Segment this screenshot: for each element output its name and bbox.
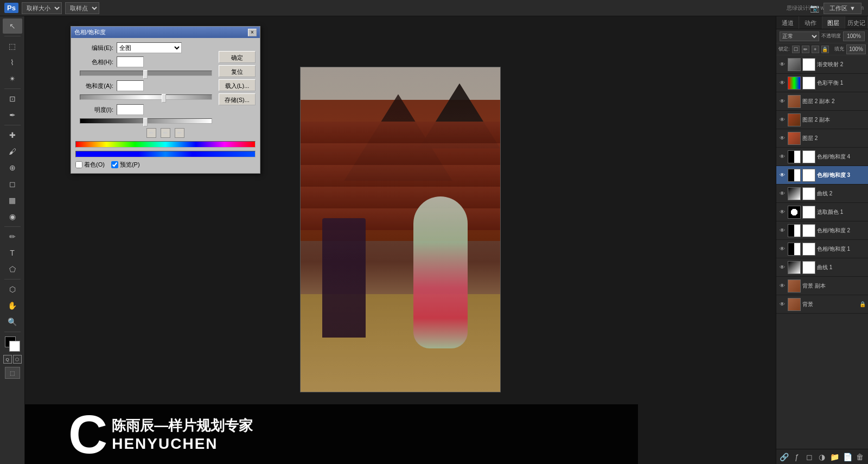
colorize-checkbox[interactable] <box>75 161 82 168</box>
tool-pen[interactable]: ✏ <box>3 229 22 244</box>
layer-eye-13[interactable]: 👁 <box>778 282 786 290</box>
layer-mask-2 <box>802 77 815 90</box>
edit-channel-select[interactable]: 全图 <box>117 42 182 53</box>
add-style-btn[interactable]: ƒ <box>792 453 801 461</box>
sample-point-select[interactable]: 取样点 <box>65 2 99 14</box>
tool-3d[interactable]: ⬡ <box>3 282 22 297</box>
layer-eye-8[interactable]: 👁 <box>778 190 786 198</box>
hue-input[interactable]: 0 <box>117 56 144 67</box>
layer-curves-1[interactable]: 👁 曲线 1 <box>776 258 868 277</box>
add-mask-btn[interactable]: ◻ <box>805 453 814 461</box>
layer-gradient-map-2[interactable]: 👁 渐变映射 2 <box>776 55 868 74</box>
layer-eye-11[interactable]: 👁 <box>778 245 786 253</box>
layer-eye-5[interactable]: 👁 <box>778 135 786 142</box>
eyedropper-btn-2[interactable]: ✒ <box>161 128 170 138</box>
tab-layers[interactable]: 图层 <box>822 16 845 29</box>
tool-select[interactable]: ↖ <box>3 18 22 34</box>
workspace-button[interactable]: 工作区 ▼ <box>824 3 861 14</box>
layer-2-copy-2[interactable]: 👁 图层 2 副本 2 <box>776 92 868 111</box>
layer-selective-color-1[interactable]: 👁 选取颜色 1 <box>776 203 868 221</box>
layer-eye-6[interactable]: 👁 <box>778 153 786 161</box>
tool-shape[interactable]: ⬠ <box>3 262 22 277</box>
layer-mask-8 <box>802 187 815 200</box>
layer-hue-sat-4[interactable]: 👁 色相/饱和度 4 <box>776 148 868 166</box>
tool-burn[interactable]: ◉ <box>3 209 22 224</box>
color-swatch[interactable] <box>4 336 21 352</box>
delete-layer-btn[interactable]: 🗑 <box>856 453 865 461</box>
colorize-checkbox-item[interactable]: 着色(O) <box>75 161 105 169</box>
sat-input[interactable]: +46 <box>117 80 144 91</box>
tool-lasso[interactable]: ⌇ <box>3 55 22 70</box>
tool-brush[interactable]: 🖌 <box>3 144 22 159</box>
layer-eye-10[interactable]: 👁 <box>778 227 786 234</box>
tab-history[interactable]: 历史记录 <box>845 16 868 29</box>
tab-channel[interactable]: 通道 <box>776 16 799 29</box>
fill-label: 填充 <box>834 46 844 53</box>
reset-button[interactable]: 复位 <box>219 65 256 77</box>
tool-wand[interactable]: ✴ <box>3 71 22 86</box>
tool-marquee[interactable]: ⬚ <box>3 39 22 54</box>
lock-full-btn[interactable]: 🔒 <box>821 46 829 53</box>
lock-all-btn[interactable]: ☐ <box>792 46 800 53</box>
layer-curves-2[interactable]: 👁 曲线 2 <box>776 185 868 203</box>
preview-checkbox-item[interactable]: 预览(P) <box>111 161 140 169</box>
screen-mode-btn[interactable]: ⬚ <box>5 367 20 379</box>
tool-crop[interactable]: ⊡ <box>3 91 22 106</box>
standard-mode-btn[interactable]: Q <box>3 355 12 364</box>
tab-actions[interactable]: 动作 <box>799 16 822 29</box>
lock-pos-btn[interactable]: + <box>812 46 819 53</box>
save-button[interactable]: 存储(S)... <box>219 93 256 105</box>
eyedropper-btn-1[interactable]: ✒ <box>146 128 156 138</box>
photo-frame <box>300 67 501 392</box>
link-layers-btn[interactable]: 🔗 <box>780 453 789 461</box>
quick-mask-btn[interactable]: ⬡ <box>13 355 22 364</box>
tool-zoom[interactable]: 🔍 <box>3 314 22 329</box>
layer-eye-7[interactable]: 👁 <box>778 171 786 179</box>
eyedropper-btn-3[interactable]: ✒ <box>175 128 184 138</box>
layer-eye-2[interactable]: 👁 <box>778 79 786 87</box>
new-layer-btn[interactable]: 📄 <box>843 453 852 461</box>
layer-eye-1[interactable]: 👁 <box>778 61 786 68</box>
sat-slider-track[interactable] <box>80 94 212 100</box>
background-color[interactable] <box>9 341 20 352</box>
light-slider-thumb[interactable] <box>143 118 148 126</box>
opacity-input[interactable] <box>843 31 865 41</box>
tool-eyedropper[interactable]: ✒ <box>3 107 22 123</box>
layer-eye-9[interactable]: 👁 <box>778 208 786 216</box>
layer-background[interactable]: 👁 背景 🔒 <box>776 295 868 314</box>
preview-checkbox[interactable] <box>111 161 118 168</box>
sat-slider-thumb[interactable] <box>162 94 166 103</box>
tool-gradient[interactable]: ▦ <box>3 193 22 208</box>
new-adjustment-btn[interactable]: ◑ <box>818 453 827 461</box>
layer-2[interactable]: 👁 图层 2 <box>776 129 868 148</box>
layer-2-copy[interactable]: 👁 图层 2 副本 <box>776 111 868 129</box>
load-button[interactable]: 载入(L)... <box>219 79 256 91</box>
layer-eye-3[interactable]: 👁 <box>778 98 786 105</box>
new-group-btn[interactable]: 📁 <box>830 453 839 461</box>
tool-heal[interactable]: ✚ <box>3 128 22 143</box>
layer-eye-12[interactable]: 👁 <box>778 264 786 271</box>
layer-hue-sat-1[interactable]: 👁 色相/饱和度 1 <box>776 240 868 258</box>
layer-hue-sat-3[interactable]: 👁 色相/饱和度 3 <box>776 166 868 185</box>
blend-mode-select[interactable]: 正常 <box>780 31 819 41</box>
arrow-tool-select[interactable]: 取样大小 <box>22 2 62 14</box>
layer-eye-4[interactable]: 👁 <box>778 116 786 124</box>
dialog-close-btn[interactable]: × <box>248 29 257 36</box>
tool-eraser[interactable]: ◻ <box>3 176 22 192</box>
ok-button[interactable]: 确定 <box>219 51 256 63</box>
layer-color-balance-1[interactable]: 👁 色彩平衡 1 <box>776 74 868 92</box>
layer-name-2: 色彩平衡 1 <box>817 79 866 87</box>
layer-bg-copy[interactable]: 👁 背景 副本 <box>776 277 868 295</box>
eyedropper-row: ✒ ✒ ✒ <box>75 128 256 138</box>
tool-clone[interactable]: ⊕ <box>3 160 22 175</box>
hue-slider-thumb[interactable] <box>143 70 148 79</box>
fill-input[interactable] <box>846 45 866 54</box>
light-slider-track[interactable] <box>80 118 212 124</box>
tool-text[interactable]: T <box>3 245 22 260</box>
layer-hue-sat-2[interactable]: 👁 色相/饱和度 2 <box>776 221 868 240</box>
light-input[interactable]: 0 <box>117 104 144 115</box>
lock-pixels-btn[interactable]: ✏ <box>802 46 809 53</box>
tool-hand[interactable]: ✋ <box>3 298 22 313</box>
layer-eye-14[interactable]: 👁 <box>778 301 786 308</box>
hue-slider-track[interactable] <box>80 71 212 76</box>
